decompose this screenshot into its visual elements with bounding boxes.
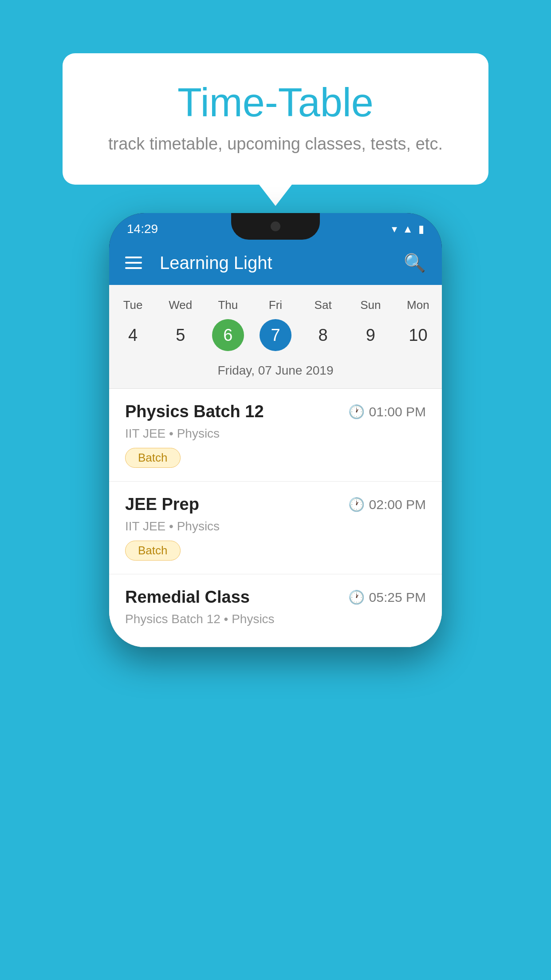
speech-bubble: Time-Table track timetable, upcoming cla… — [63, 53, 488, 185]
batch-badge-1: Batch — [125, 448, 181, 468]
day-number-mon: 10 — [402, 319, 434, 351]
day-col-fri[interactable]: Fri 7 — [253, 298, 298, 351]
hamburger-menu-button[interactable] — [125, 257, 142, 269]
day-label-thu: Thu — [218, 298, 238, 312]
speech-bubble-subtitle: track timetable, upcoming classes, tests… — [98, 134, 453, 154]
calendar-strip: Tue 4 Wed 5 Thu 6 Fri 7 — [109, 285, 442, 389]
day-col-thu[interactable]: Thu 6 — [206, 298, 250, 351]
phone-mockup: 14:29 ▾ ▲ ▮ Learning Light 🔍 — [109, 213, 442, 647]
top-section: Time-Table track timetable, upcoming cla… — [0, 0, 551, 211]
event-item-2[interactable]: JEE Prep 🕐 02:00 PM IIT JEE • Physics Ba… — [109, 482, 442, 574]
day-label-wed: Wed — [169, 298, 192, 312]
status-time: 14:29 — [127, 222, 158, 236]
status-icons: ▾ ▲ ▮ — [392, 223, 424, 235]
day-label-sat: Sat — [315, 298, 332, 312]
camera-dot — [271, 221, 280, 231]
clock-icon-2: 🕐 — [348, 497, 365, 512]
day-col-sun[interactable]: Sun 9 — [348, 298, 393, 351]
day-label-sun: Sun — [360, 298, 381, 312]
event-header-1: Physics Batch 12 🕐 01:00 PM — [125, 402, 426, 421]
day-label-mon: Mon — [407, 298, 429, 312]
day-col-mon[interactable]: Mon 10 — [396, 298, 440, 351]
day-col-sat[interactable]: Sat 8 — [301, 298, 345, 351]
event-time-3: 🕐 05:25 PM — [348, 589, 426, 605]
day-label-fri: Fri — [269, 298, 282, 312]
signal-icon: ▲ — [402, 223, 413, 235]
event-subtitle-3: Physics Batch 12 • Physics — [125, 612, 426, 626]
event-header-3: Remedial Class 🕐 05:25 PM — [125, 588, 426, 607]
day-number-sun: 9 — [354, 319, 386, 351]
phone-notch — [231, 213, 320, 240]
wifi-icon: ▾ — [392, 223, 397, 235]
selected-date-label: Friday, 07 June 2019 — [109, 356, 442, 389]
events-list: Physics Batch 12 🕐 01:00 PM IIT JEE • Ph… — [109, 389, 442, 647]
days-row: Tue 4 Wed 5 Thu 6 Fri 7 — [109, 294, 442, 356]
app-bar: Learning Light 🔍 — [109, 241, 442, 285]
event-time-2: 🕐 02:00 PM — [348, 497, 426, 512]
event-subtitle-1: IIT JEE • Physics — [125, 427, 426, 441]
event-title-3: Remedial Class — [125, 588, 250, 607]
event-item-1[interactable]: Physics Batch 12 🕐 01:00 PM IIT JEE • Ph… — [109, 389, 442, 482]
event-time-1: 🕐 01:00 PM — [348, 404, 426, 419]
day-number-fri: 7 — [260, 319, 291, 351]
day-number-sat: 8 — [307, 319, 339, 351]
day-number-thu: 6 — [212, 319, 244, 351]
event-subtitle-2: IIT JEE • Physics — [125, 519, 426, 533]
clock-icon-3: 🕐 — [348, 589, 365, 605]
day-number-wed: 5 — [165, 319, 197, 351]
event-title-2: JEE Prep — [125, 495, 199, 514]
event-item-3[interactable]: Remedial Class 🕐 05:25 PM Physics Batch … — [109, 574, 442, 647]
day-col-wed[interactable]: Wed 5 — [158, 298, 203, 351]
phone-inner: 14:29 ▾ ▲ ▮ Learning Light 🔍 — [109, 213, 442, 647]
event-title-1: Physics Batch 12 — [125, 402, 264, 421]
search-button[interactable]: 🔍 — [404, 253, 426, 273]
day-col-tue[interactable]: Tue 4 — [111, 298, 155, 351]
event-header-2: JEE Prep 🕐 02:00 PM — [125, 495, 426, 514]
phone-frame: 14:29 ▾ ▲ ▮ Learning Light 🔍 — [109, 213, 442, 647]
batch-badge-2: Batch — [125, 541, 181, 561]
battery-icon: ▮ — [418, 223, 424, 235]
clock-icon-1: 🕐 — [348, 404, 365, 419]
app-bar-title: Learning Light — [160, 253, 390, 273]
day-number-tue: 4 — [117, 319, 149, 351]
speech-bubble-title: Time-Table — [98, 80, 453, 126]
day-label-tue: Tue — [123, 298, 143, 312]
